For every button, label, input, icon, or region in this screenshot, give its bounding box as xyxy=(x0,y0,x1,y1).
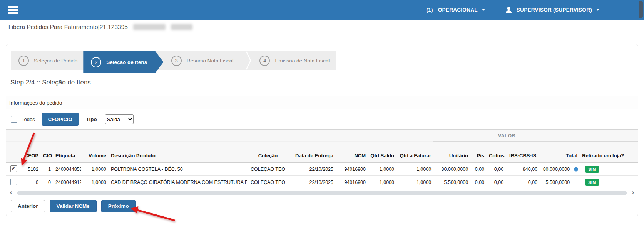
step-label: Resumo Nota Fiscal xyxy=(187,58,234,64)
order-info-section-header: Informações do pedido xyxy=(6,96,638,109)
cell-ibs-cbs-is: 840,00 xyxy=(506,163,540,176)
col-header-volume: Volume xyxy=(81,142,109,163)
step-heading: Step 2/4 :: Seleção de Itens xyxy=(10,79,638,86)
col-header-ncm: NCM xyxy=(336,142,368,163)
operator-dropdown[interactable]: (1) - OPERACIONAL xyxy=(426,7,485,13)
step-separator-icon xyxy=(246,51,252,70)
main-card: 1 Seleção de Pedido 2 Seleção de Itens 3… xyxy=(6,44,638,216)
chevron-down-icon xyxy=(482,9,485,11)
todos-label: Todos xyxy=(22,116,35,122)
cell-retirado: SIM xyxy=(580,176,638,189)
cell-colecao: COLEÇÃO TEO xyxy=(247,176,289,189)
action-buttons: Anterior Validar NCMs Próximo xyxy=(11,200,638,212)
col-header-cio: CIO xyxy=(41,142,53,163)
top-bar: (1) - OPERACIONAL SUPERVISOR (SUPERVISOR… xyxy=(0,0,644,20)
cell-descricao: CAD DE BRAÇO GIRATÓRIA MODERNA COM ESTRU… xyxy=(109,176,247,189)
cell-unitario: 5.500,0000 xyxy=(433,176,470,189)
cell-data-entrega: 22/10/2025 xyxy=(289,176,336,189)
table-row: 5102 1 2400044858 1,0000 POLTRONA COSTEL… xyxy=(6,163,638,176)
col-header-qtd-faturar: Qtd a Faturar xyxy=(396,142,433,163)
cell-cofins: 0,00 xyxy=(487,176,506,189)
step-2-selecao-de-itens[interactable]: 2 Seleção de Itens xyxy=(83,51,163,73)
cell-total: 80.000,0000 xyxy=(540,163,580,176)
col-header-cfop: CFOP xyxy=(21,142,41,163)
retirado-badge: SIM xyxy=(585,179,599,186)
row-checkbox[interactable] xyxy=(10,165,17,172)
cfop-cio-button[interactable]: CFOP/CIO xyxy=(42,113,79,126)
cell-pis: 0,00 xyxy=(470,163,487,176)
select-all-checkbox[interactable] xyxy=(11,116,17,123)
cell-total: 5.500,0000 xyxy=(540,176,580,189)
wizard-stepper: 1 Seleção de Pedido 2 Seleção de Itens 3… xyxy=(11,51,336,70)
breadcrumb-bar: Libera Pedidos Para Faturamento|21.12339… xyxy=(0,20,644,34)
scroll-right-icon[interactable]: › xyxy=(632,189,634,196)
anterior-button[interactable]: Anterior xyxy=(11,200,45,212)
cell-qtd-faturar: 1,0000 xyxy=(396,176,433,189)
tipo-label: Tipo xyxy=(86,116,97,122)
step-label: Seleção de Itens xyxy=(106,59,147,65)
filter-row: Todos CFOP/CIO Tipo Saída xyxy=(6,109,638,129)
section-title: Informações do pedido xyxy=(9,100,62,106)
cell-pis: 0,00 xyxy=(470,176,487,189)
validar-ncms-button[interactable]: Validar NCMs xyxy=(50,200,97,212)
horizontal-scrollbar: ‹ › xyxy=(12,190,632,196)
table-header-row: CFOP CIO Etiqueta Volume Descrição Produ… xyxy=(6,142,638,163)
step-number-badge: 3 xyxy=(171,56,182,66)
proximo-button[interactable]: Próximo xyxy=(101,200,136,212)
step-number-badge: 2 xyxy=(91,57,101,67)
cell-qtd-saldo: 1,0000 xyxy=(368,176,396,189)
status-dot-icon xyxy=(574,167,578,171)
col-header-pis: Pis xyxy=(470,142,487,163)
cell-unitario: 80.000,0000 xyxy=(433,163,470,176)
cell-volume: 1,0000 xyxy=(81,163,109,176)
col-header-total: Total xyxy=(540,142,580,163)
row-checkbox[interactable] xyxy=(10,179,17,185)
cell-cio: 1 xyxy=(41,163,53,176)
cell-ibs-cbs-is: 0,00 xyxy=(506,176,540,189)
topbar-right-group: (1) - OPERACIONAL SUPERVISOR (SUPERVISOR… xyxy=(426,6,636,13)
scroll-left-icon[interactable]: ‹ xyxy=(10,189,12,196)
col-header-data-entrega: Data de Entrega xyxy=(289,142,336,163)
redacted-text xyxy=(133,24,166,30)
cell-cio: 0 xyxy=(41,176,53,189)
cell-cofins: 0,00 xyxy=(487,163,506,176)
col-header-unitario: Unitário xyxy=(433,142,470,163)
valor-group-header: VALOR xyxy=(433,130,580,142)
items-table: VALOR CFOP CIO Etiqueta Volume Descrição… xyxy=(6,129,638,189)
page-title: Libera Pedidos Para Faturamento|21.12339… xyxy=(8,24,128,30)
hamburger-menu-button[interactable] xyxy=(8,6,18,14)
operator-label: (1) - OPERACIONAL xyxy=(426,7,477,13)
step-label: Seleção de Pedido xyxy=(34,58,77,64)
vertical-scrollbar-thumb[interactable] xyxy=(639,1,643,18)
cell-ncm: 94016900 xyxy=(336,163,368,176)
retirado-badge: SIM xyxy=(585,166,599,173)
cell-etiqueta: 2400044912 xyxy=(53,176,81,189)
table-row: 0 0 2400044912 1,0000 CAD DE BRAÇO GIRAT… xyxy=(6,176,638,189)
step-number-badge: 1 xyxy=(18,56,29,66)
col-header-cofins: Cofins xyxy=(487,142,506,163)
cell-etiqueta: 2400044858 xyxy=(53,163,81,176)
cell-qtd-faturar: 1,0000 xyxy=(396,163,433,176)
table-group-header-row: VALOR xyxy=(6,130,638,142)
step-3-resumo-nota-fiscal[interactable]: 3 Resumo Nota Fiscal xyxy=(164,51,246,70)
step-label: Emissão de Nota Fiscal xyxy=(275,58,330,64)
redacted-text xyxy=(171,24,192,30)
user-icon xyxy=(505,6,512,13)
cell-data-entrega: 22/10/2025 xyxy=(289,163,336,176)
tipo-select[interactable]: Saída xyxy=(105,114,134,124)
col-header-retirado: Retirado em loja? xyxy=(580,142,638,163)
user-label: SUPERVISOR (SUPERVISOR) xyxy=(517,7,592,13)
col-header-ibs-cbs-is: IBS-CBS-IS xyxy=(506,142,540,163)
cell-cfop: 0 xyxy=(21,176,41,189)
step-1-selecao-de-pedido[interactable]: 1 Seleção de Pedido xyxy=(11,51,83,70)
step-4-emissao-de-nota-fiscal[interactable]: 4 Emissão de Nota Fiscal xyxy=(252,51,336,70)
col-header-etiqueta: Etiqueta xyxy=(53,142,81,163)
horizontal-scrollbar-thumb[interactable] xyxy=(17,191,627,195)
step-number-badge: 4 xyxy=(259,56,270,66)
user-dropdown[interactable]: SUPERVISOR (SUPERVISOR) xyxy=(505,6,599,13)
cell-qtd-saldo: 1,0000 xyxy=(368,163,396,176)
chevron-down-icon xyxy=(596,9,599,11)
cell-retirado: SIM xyxy=(580,163,638,176)
cell-descricao: POLTRONA COSTELA - DÉC. 50 xyxy=(109,163,247,176)
cell-ncm: 94016900 xyxy=(336,176,368,189)
